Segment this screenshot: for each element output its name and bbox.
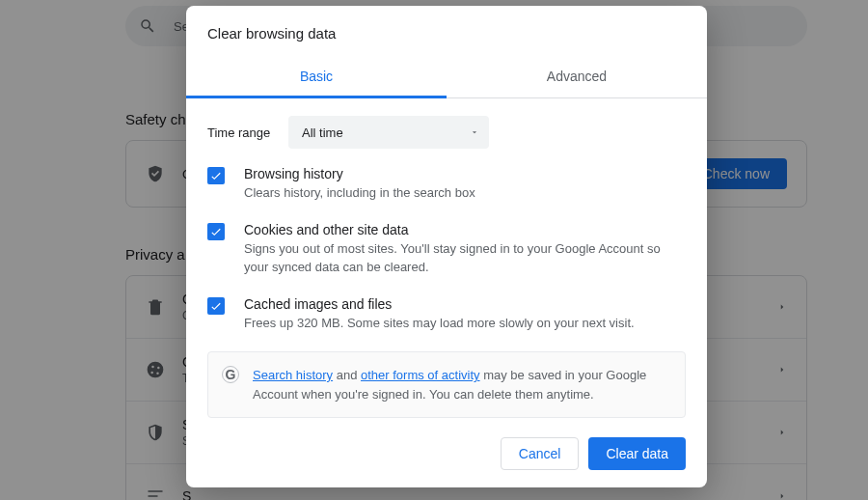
check-icon <box>209 169 223 182</box>
option-title: Cookies and other site data <box>244 222 686 237</box>
tab-basic[interactable]: Basic <box>186 57 447 98</box>
time-range-select[interactable]: All time <box>288 116 489 149</box>
dialog-title: Clear browsing data <box>186 6 707 57</box>
link-search-history[interactable]: Search history <box>253 368 333 382</box>
tab-advanced[interactable]: Advanced <box>447 57 707 97</box>
check-icon <box>209 225 223 238</box>
checkbox-browsing-history[interactable] <box>207 167 225 184</box>
google-account-info: G Search history and other forms of acti… <box>207 351 686 418</box>
google-g-icon: G <box>222 366 239 383</box>
check-icon <box>209 299 223 313</box>
clear-browsing-data-dialog: Clear browsing data Basic Advanced Time … <box>186 6 707 487</box>
time-range-value: All time <box>302 125 343 140</box>
dropdown-arrow-icon <box>470 127 479 137</box>
option-browsing-history: Browsing history Clears history, includi… <box>207 166 686 203</box>
checkbox-cookies[interactable] <box>207 223 225 240</box>
cancel-button[interactable]: Cancel <box>501 437 580 470</box>
dialog-tabs: Basic Advanced <box>186 57 707 98</box>
time-range-label: Time range <box>207 125 288 140</box>
option-sub: Frees up 320 MB. Some sites may load mor… <box>244 315 635 333</box>
checkbox-cached[interactable] <box>207 297 225 315</box>
clear-data-button[interactable]: Clear data <box>588 437 686 470</box>
option-title: Cached images and files <box>244 296 635 312</box>
option-sub: Clears history, including in the search … <box>244 184 475 203</box>
option-sub: Signs you out of most sites. You'll stay… <box>244 240 686 277</box>
option-cached: Cached images and files Frees up 320 MB.… <box>207 296 686 333</box>
option-title: Browsing history <box>244 166 475 181</box>
option-cookies: Cookies and other site data Signs you ou… <box>207 222 686 277</box>
settings-page: Se Safety ch C Check now Privacy a CC CT <box>0 0 868 500</box>
link-other-activity[interactable]: other forms of activity <box>361 368 480 382</box>
